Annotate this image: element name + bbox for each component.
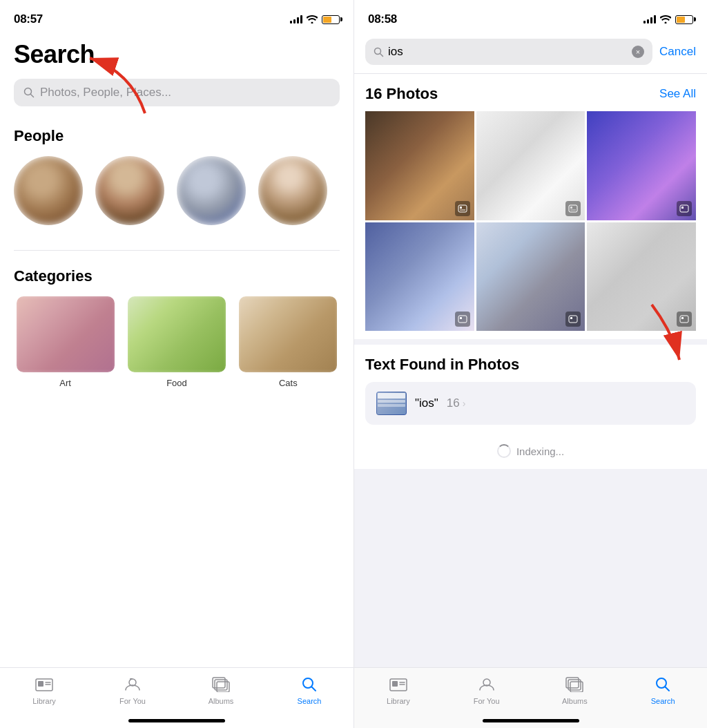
person-avatar-3[interactable] bbox=[177, 156, 246, 225]
category-item-cats[interactable]: Cats bbox=[237, 296, 340, 388]
left-status-bar: 08:57 bbox=[0, 0, 354, 33]
tab-foryou-left[interactable]: For You bbox=[88, 675, 177, 705]
foryou-icon-left bbox=[123, 675, 142, 694]
signal-icon bbox=[290, 15, 302, 23]
photo-icon-4 bbox=[455, 312, 470, 327]
category-label-art: Art bbox=[59, 378, 71, 388]
text-found-query: "ios" bbox=[415, 396, 438, 410]
right-status-bar: 08:58 bbox=[354, 0, 707, 33]
tab-library-left[interactable]: Library bbox=[0, 675, 88, 705]
svg-line-1 bbox=[31, 95, 34, 97]
svg-rect-22 bbox=[680, 205, 688, 212]
svg-rect-23 bbox=[681, 207, 684, 209]
svg-rect-24 bbox=[458, 316, 467, 323]
right-panel: 08:58 bbox=[354, 0, 707, 728]
text-found-count-row: 16 › bbox=[447, 396, 466, 410]
tab-albums-right[interactable]: Albums bbox=[531, 675, 619, 705]
photo-icon-2 bbox=[565, 201, 581, 216]
tab-library-label-left: Library bbox=[32, 697, 56, 705]
tab-albums-label-left: Albums bbox=[209, 697, 234, 705]
svg-rect-20 bbox=[570, 207, 572, 209]
svg-rect-19 bbox=[569, 205, 577, 212]
foryou-icon-right bbox=[477, 675, 496, 694]
text-found-count-value: 16 bbox=[447, 396, 460, 410]
search-icon-right bbox=[374, 47, 384, 57]
tab-library-right[interactable]: Library bbox=[354, 675, 443, 705]
indexing-text: Indexing... bbox=[516, 446, 564, 457]
clear-search-button[interactable]: × bbox=[632, 46, 644, 58]
results-header: 16 Photos See All bbox=[365, 85, 696, 103]
indexing-row: Indexing... bbox=[365, 433, 696, 469]
arrow-right-indicator bbox=[610, 298, 693, 367]
category-thumb-cats bbox=[239, 296, 337, 372]
tab-foryou-right[interactable]: For You bbox=[443, 675, 531, 705]
left-panel: 08:57 Search bbox=[0, 0, 354, 728]
categories-grid: Art Food Cats bbox=[14, 296, 340, 388]
tab-search-label-right: Search bbox=[651, 697, 675, 705]
tab-albums-label-right: Albums bbox=[562, 697, 588, 705]
tab-foryou-label-right: For You bbox=[474, 697, 500, 705]
tab-foryou-label-left: For You bbox=[119, 697, 146, 705]
page-title: Search bbox=[14, 40, 340, 69]
left-status-icons bbox=[290, 15, 340, 24]
right-time: 08:58 bbox=[368, 12, 397, 26]
cancel-button[interactable]: Cancel bbox=[659, 45, 696, 59]
chevron-icon: › bbox=[463, 398, 466, 409]
photos-count-label: 16 Photos bbox=[365, 85, 438, 103]
photo-cell-2[interactable] bbox=[476, 111, 585, 220]
svg-line-40 bbox=[666, 687, 670, 691]
right-battery-icon bbox=[675, 15, 693, 24]
category-thumb-food bbox=[128, 296, 226, 372]
svg-rect-27 bbox=[570, 317, 572, 319]
text-found-card[interactable]: "ios" 16 › bbox=[365, 382, 696, 425]
search-bar[interactable]: Photos, People, Places... bbox=[14, 79, 340, 106]
category-label-food: Food bbox=[166, 378, 187, 388]
svg-rect-26 bbox=[569, 316, 577, 323]
battery-icon bbox=[322, 15, 340, 24]
right-scroll-area[interactable]: 16 Photos See All bbox=[354, 74, 707, 667]
home-indicator-left bbox=[128, 719, 225, 722]
photo-cell-3[interactable] bbox=[587, 111, 696, 220]
search-input-bar[interactable]: ios × bbox=[365, 39, 652, 65]
wifi-icon bbox=[307, 15, 318, 23]
photo-cell-4[interactable] bbox=[365, 222, 474, 332]
category-item-art[interactable]: Art bbox=[14, 296, 117, 388]
svg-rect-17 bbox=[460, 207, 462, 209]
photo-icon-3 bbox=[677, 201, 692, 216]
categories-section-title: Categories bbox=[14, 267, 340, 285]
category-label-cats: Cats bbox=[279, 378, 298, 388]
person-avatar-1[interactable] bbox=[14, 156, 83, 225]
person-avatar-2[interactable] bbox=[95, 156, 164, 225]
search-query[interactable]: ios bbox=[388, 45, 628, 59]
photo-icon-1 bbox=[455, 201, 470, 216]
people-section-title: People bbox=[14, 127, 340, 145]
search-header: ios × Cancel bbox=[354, 33, 707, 74]
search-tab-icon-left bbox=[300, 675, 319, 694]
tab-search-right[interactable]: Search bbox=[619, 675, 707, 705]
tab-albums-left[interactable]: Albums bbox=[177, 675, 265, 705]
see-all-button[interactable]: See All bbox=[659, 87, 696, 101]
library-icon bbox=[35, 675, 54, 694]
library-icon-right bbox=[389, 675, 408, 694]
svg-rect-25 bbox=[460, 317, 462, 319]
tab-search-left[interactable]: Search bbox=[265, 675, 354, 705]
right-status-icons bbox=[643, 15, 693, 24]
right-signal-icon bbox=[643, 15, 656, 23]
arrow-indicator bbox=[69, 44, 159, 120]
search-tab-icon-right bbox=[653, 675, 672, 694]
home-indicator-right bbox=[483, 719, 579, 722]
category-item-food[interactable]: Food bbox=[125, 296, 228, 388]
albums-icon-left bbox=[211, 675, 231, 694]
photo-cell-5[interactable] bbox=[476, 222, 585, 332]
photo-cell-1[interactable] bbox=[365, 111, 474, 220]
svg-rect-16 bbox=[458, 205, 467, 212]
person-avatar-4[interactable] bbox=[258, 156, 327, 225]
albums-icon-right bbox=[565, 675, 584, 694]
tab-search-label-left: Search bbox=[298, 697, 322, 705]
text-found-thumbnail bbox=[376, 392, 407, 415]
people-row bbox=[14, 156, 340, 225]
svg-rect-32 bbox=[392, 681, 398, 687]
right-wifi-icon bbox=[660, 15, 671, 23]
category-thumb-art bbox=[17, 296, 115, 372]
divider bbox=[14, 250, 340, 251]
